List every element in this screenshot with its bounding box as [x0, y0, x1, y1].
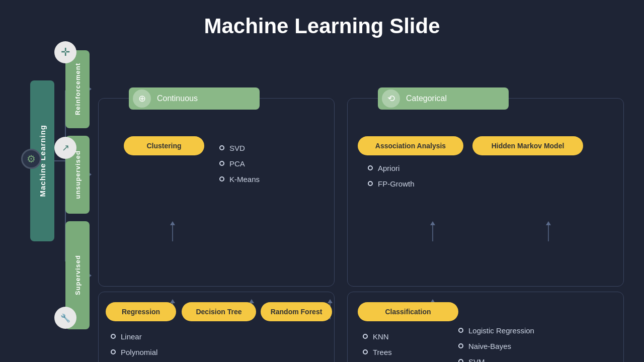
share-icon: ↗: [62, 142, 69, 153]
association-analysis-pill[interactable]: Association Analysis: [358, 136, 463, 155]
reinforcement-label: Reinforcement: [74, 63, 82, 115]
list-item: Polynomial: [111, 348, 157, 356]
ml-icon-circle: [21, 149, 41, 169]
list-item: SVM: [458, 357, 534, 362]
list-item: K-Means: [219, 175, 260, 184]
list-item: Naive-Bayes: [458, 342, 534, 350]
categorical-label: Categorical: [406, 94, 447, 103]
classification-col1: KNN Trees: [363, 332, 392, 362]
decision-tree-pill[interactable]: Decision Tree: [182, 302, 256, 321]
unsupervised-circle: ↗: [54, 137, 76, 159]
classification-col2: Logistic Regression Naive-Bayes SVM: [458, 326, 534, 362]
random-forest-pill[interactable]: Random Forest: [261, 302, 332, 321]
hidden-markov-pill[interactable]: Hidden Markov Model: [472, 136, 583, 155]
supervised-label: Supervised: [74, 255, 82, 295]
list-item: Apriori: [368, 164, 415, 172]
wrench-icon: 🔧: [60, 313, 70, 323]
list-item: FP-Growth: [368, 179, 415, 188]
categorical-icon-bg: ⟲: [382, 89, 400, 108]
list-item: SVD: [219, 144, 260, 152]
regression-pill[interactable]: Regression: [106, 302, 176, 321]
list-item: KNN: [363, 332, 392, 341]
categorical-header: ⟲ Categorical: [378, 87, 509, 110]
supervised-right-panel: Classification KNN Trees Logistic Regres…: [347, 292, 624, 362]
supervised-left-panel: Regression Decision Tree Random Forest L…: [98, 292, 335, 362]
list-item: Linear: [111, 332, 157, 341]
regression-list: Linear Polynomial: [111, 332, 157, 362]
list-item: Logistic Regression: [458, 326, 534, 335]
continuous-icon-bg: ⊕: [133, 89, 151, 108]
categorical-icon: ⟲: [387, 93, 395, 104]
categorical-list: Apriori FP-Growth: [368, 164, 415, 195]
gear-icon: [27, 153, 36, 165]
continuous-header: ⊕ Continuous: [129, 87, 260, 110]
continuous-label: Continuous: [157, 94, 198, 103]
reinforcement-circle: ✛: [54, 41, 76, 63]
continuous-icon: ⊕: [138, 93, 146, 104]
list-item: PCA: [219, 159, 260, 168]
page-title: Machine Learning Slide: [0, 0, 644, 43]
diagram-container: Machine Learning Reinforcement ✛ unsuper…: [30, 50, 629, 352]
categorical-panel: ⟲ Categorical Association Analysis Hidde…: [347, 98, 624, 287]
unsupervised-label: unsupervised: [74, 150, 82, 199]
continuous-panel: ⊕ Continuous Clustering SVD PCA K-Means: [98, 98, 335, 287]
clustering-pill[interactable]: Clustering: [124, 136, 204, 155]
supervised-circle-bottom: 🔧: [54, 307, 76, 329]
classification-pill[interactable]: Classification: [358, 302, 458, 321]
cross-arrows-icon: ✛: [61, 46, 70, 59]
clustering-list: SVD PCA K-Means: [219, 144, 260, 191]
list-item: Trees: [363, 348, 392, 356]
